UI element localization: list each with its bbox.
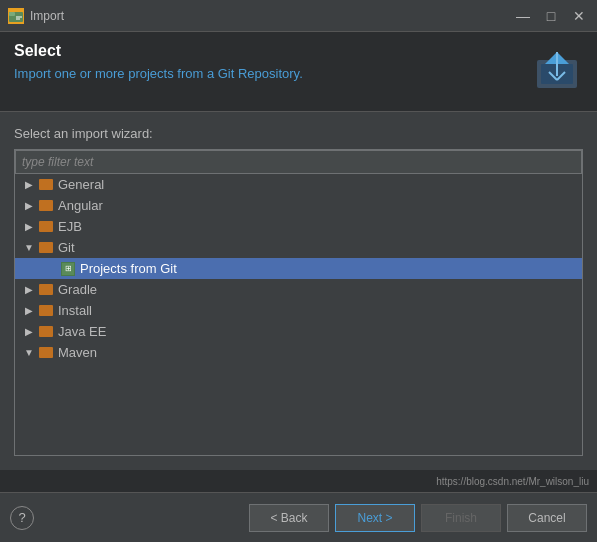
expand-projects-from-git (43, 263, 59, 274)
expand-angular[interactable]: ▶ (21, 200, 37, 211)
tree-label-git: Git (58, 240, 75, 255)
wizard-label: Select an import wizard: (14, 126, 583, 141)
minimize-button[interactable]: — (513, 9, 533, 23)
tree-item-projects-from-git[interactable]: ⊞ Projects from Git (15, 258, 582, 279)
main-content: Select an import wizard: ▶ General ▶ Ang… (0, 112, 597, 470)
tree-item-install[interactable]: ▶ Install (15, 300, 582, 321)
tree-label-angular: Angular (58, 198, 103, 213)
page-subtitle: Import one or more projects from a Git R… (14, 66, 531, 81)
svg-marker-2 (16, 9, 22, 12)
tree-label-maven: Maven (58, 345, 97, 360)
tree-label-install: Install (58, 303, 92, 318)
expand-java-ee[interactable]: ▶ (21, 326, 37, 337)
page-title: Select (14, 42, 531, 60)
tree-label-java-ee: Java EE (58, 324, 106, 339)
watermark-bar: https://blog.csdn.net/Mr_wilson_liu (0, 470, 597, 492)
back-button[interactable]: < Back (249, 504, 329, 532)
expand-gradle[interactable]: ▶ (21, 284, 37, 295)
expand-maven[interactable]: ▼ (21, 347, 37, 358)
window-title: Import (30, 9, 513, 23)
header-text: Select Import one or more projects from … (14, 42, 531, 81)
button-bar: ? < Back Next > Finish Cancel (0, 492, 597, 542)
header-section: Select Import one or more projects from … (0, 32, 597, 112)
help-button[interactable]: ? (10, 506, 34, 530)
watermark-text: https://blog.csdn.net/Mr_wilson_liu (436, 476, 589, 487)
filter-input[interactable] (15, 150, 582, 174)
tree-item-general[interactable]: ▶ General (15, 174, 582, 195)
maximize-button[interactable]: □ (541, 9, 561, 23)
header-icon (531, 42, 583, 94)
next-button[interactable]: Next > (335, 504, 415, 532)
expand-general[interactable]: ▶ (21, 179, 37, 190)
tree-item-gradle[interactable]: ▶ Gradle (15, 279, 582, 300)
cancel-button[interactable]: Cancel (507, 504, 587, 532)
tree-item-angular[interactable]: ▶ Angular (15, 195, 582, 216)
window-controls: — □ ✕ (513, 9, 589, 23)
tree-item-ejb[interactable]: ▶ EJB (15, 216, 582, 237)
titlebar: Import — □ ✕ (0, 0, 597, 32)
tree-container[interactable]: ▶ General ▶ Angular ▶ EJB ▼ Git ⊞ Projec… (14, 149, 583, 456)
tree-label-ejb: EJB (58, 219, 82, 234)
tree-label-general: General (58, 177, 104, 192)
close-button[interactable]: ✕ (569, 9, 589, 23)
expand-install[interactable]: ▶ (21, 305, 37, 316)
tree-item-git[interactable]: ▼ Git (15, 237, 582, 258)
tree-label-projects-from-git: Projects from Git (80, 261, 177, 276)
finish-button[interactable]: Finish (421, 504, 501, 532)
expand-ejb[interactable]: ▶ (21, 221, 37, 232)
expand-git[interactable]: ▼ (21, 242, 37, 253)
tree-item-java-ee[interactable]: ▶ Java EE (15, 321, 582, 342)
tree-label-gradle: Gradle (58, 282, 97, 297)
tree-item-maven[interactable]: ▼ Maven (15, 342, 582, 363)
svg-rect-1 (9, 12, 15, 16)
app-icon (8, 8, 24, 24)
